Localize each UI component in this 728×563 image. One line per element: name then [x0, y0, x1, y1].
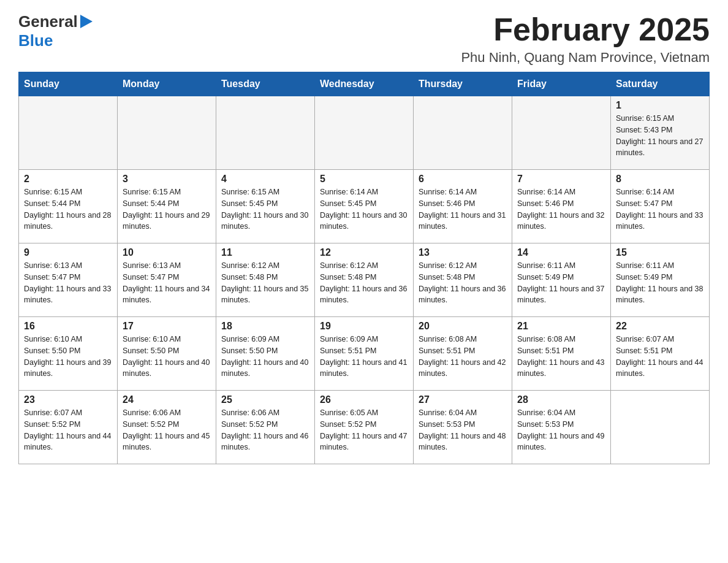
- calendar-header-wednesday: Wednesday: [315, 72, 414, 96]
- calendar-cell: 13Sunrise: 6:12 AMSunset: 5:48 PMDayligh…: [414, 243, 512, 317]
- calendar-cell: 15Sunrise: 6:11 AMSunset: 5:49 PMDayligh…: [611, 243, 710, 317]
- day-number: 26: [320, 394, 408, 405]
- day-number: 20: [419, 321, 507, 332]
- calendar-cell: [118, 96, 216, 170]
- calendar-week-row: 23Sunrise: 6:07 AMSunset: 5:52 PMDayligh…: [19, 391, 710, 464]
- page-header: General Blue February 2025 Phu Ninh, Qua…: [18, 12, 710, 66]
- calendar-cell: 10Sunrise: 6:13 AMSunset: 5:47 PMDayligh…: [118, 243, 216, 317]
- day-info: Sunrise: 6:15 AMSunset: 5:44 PMDaylight:…: [123, 186, 211, 232]
- calendar-cell: 24Sunrise: 6:06 AMSunset: 5:52 PMDayligh…: [118, 391, 216, 464]
- calendar-week-row: 9Sunrise: 6:13 AMSunset: 5:47 PMDaylight…: [19, 243, 710, 317]
- day-info: Sunrise: 6:09 AMSunset: 5:51 PMDaylight:…: [320, 334, 408, 380]
- day-info: Sunrise: 6:14 AMSunset: 5:45 PMDaylight:…: [320, 186, 408, 232]
- day-number: 27: [419, 394, 507, 405]
- calendar-cell: 12Sunrise: 6:12 AMSunset: 5:48 PMDayligh…: [315, 243, 414, 317]
- calendar-cell: 19Sunrise: 6:09 AMSunset: 5:51 PMDayligh…: [315, 317, 414, 391]
- day-info: Sunrise: 6:11 AMSunset: 5:49 PMDaylight:…: [616, 260, 704, 306]
- calendar-cell: [512, 96, 611, 170]
- calendar-cell: [315, 96, 414, 170]
- calendar-header-friday: Friday: [512, 72, 611, 96]
- calendar-cell: 8Sunrise: 6:14 AMSunset: 5:47 PMDaylight…: [611, 170, 710, 243]
- day-number: 12: [320, 247, 408, 258]
- subtitle: Phu Ninh, Quang Nam Province, Vietnam: [461, 50, 710, 66]
- day-number: 1: [616, 100, 704, 111]
- logo-arrow-icon: [80, 15, 93, 28]
- calendar-cell: 5Sunrise: 6:14 AMSunset: 5:45 PMDaylight…: [315, 170, 414, 243]
- day-number: 21: [517, 321, 605, 332]
- day-info: Sunrise: 6:04 AMSunset: 5:53 PMDaylight:…: [419, 407, 507, 453]
- calendar-cell: 4Sunrise: 6:15 AMSunset: 5:45 PMDaylight…: [216, 170, 315, 243]
- logo-general-text: General: [18, 12, 78, 31]
- day-number: 25: [221, 394, 309, 405]
- calendar-week-row: 1Sunrise: 6:15 AMSunset: 5:43 PMDaylight…: [19, 96, 710, 170]
- day-info: Sunrise: 6:07 AMSunset: 5:52 PMDaylight:…: [24, 407, 112, 453]
- title-block: February 2025 Phu Ninh, Quang Nam Provin…: [461, 12, 710, 66]
- calendar-cell: 26Sunrise: 6:05 AMSunset: 5:52 PMDayligh…: [315, 391, 414, 464]
- day-number: 3: [123, 174, 211, 185]
- day-info: Sunrise: 6:07 AMSunset: 5:51 PMDaylight:…: [616, 334, 704, 380]
- day-number: 23: [24, 394, 112, 405]
- day-number: 5: [320, 174, 408, 185]
- calendar-cell: [414, 96, 512, 170]
- calendar-cell: 18Sunrise: 6:09 AMSunset: 5:50 PMDayligh…: [216, 317, 315, 391]
- calendar-cell: 25Sunrise: 6:06 AMSunset: 5:52 PMDayligh…: [216, 391, 315, 464]
- calendar-header-saturday: Saturday: [611, 72, 710, 96]
- calendar-cell: 17Sunrise: 6:10 AMSunset: 5:50 PMDayligh…: [118, 317, 216, 391]
- day-number: 16: [24, 321, 112, 332]
- day-number: 7: [517, 174, 605, 185]
- day-info: Sunrise: 6:06 AMSunset: 5:52 PMDaylight:…: [123, 407, 211, 453]
- day-info: Sunrise: 6:15 AMSunset: 5:43 PMDaylight:…: [616, 113, 704, 159]
- day-number: 24: [123, 394, 211, 405]
- day-number: 28: [517, 394, 605, 405]
- day-info: Sunrise: 6:10 AMSunset: 5:50 PMDaylight:…: [123, 334, 211, 380]
- calendar-table: SundayMondayTuesdayWednesdayThursdayFrid…: [18, 72, 710, 464]
- calendar-cell: 22Sunrise: 6:07 AMSunset: 5:51 PMDayligh…: [611, 317, 710, 391]
- calendar-cell: 6Sunrise: 6:14 AMSunset: 5:46 PMDaylight…: [414, 170, 512, 243]
- calendar-cell: 14Sunrise: 6:11 AMSunset: 5:49 PMDayligh…: [512, 243, 611, 317]
- day-info: Sunrise: 6:09 AMSunset: 5:50 PMDaylight:…: [221, 334, 309, 380]
- calendar-cell: 27Sunrise: 6:04 AMSunset: 5:53 PMDayligh…: [414, 391, 512, 464]
- calendar-week-row: 2Sunrise: 6:15 AMSunset: 5:44 PMDaylight…: [19, 170, 710, 243]
- day-number: 18: [221, 321, 309, 332]
- day-number: 10: [123, 247, 211, 258]
- day-info: Sunrise: 6:10 AMSunset: 5:50 PMDaylight:…: [24, 334, 112, 380]
- calendar-header-row: SundayMondayTuesdayWednesdayThursdayFrid…: [19, 72, 710, 96]
- calendar-header-monday: Monday: [118, 72, 216, 96]
- calendar-cell: [216, 96, 315, 170]
- calendar-cell: 7Sunrise: 6:14 AMSunset: 5:46 PMDaylight…: [512, 170, 611, 243]
- calendar-header-sunday: Sunday: [19, 72, 118, 96]
- calendar-cell: 23Sunrise: 6:07 AMSunset: 5:52 PMDayligh…: [19, 391, 118, 464]
- day-number: 9: [24, 247, 112, 258]
- day-number: 22: [616, 321, 704, 332]
- calendar-header-thursday: Thursday: [414, 72, 512, 96]
- day-number: 17: [123, 321, 211, 332]
- day-info: Sunrise: 6:14 AMSunset: 5:46 PMDaylight:…: [419, 186, 507, 232]
- day-info: Sunrise: 6:14 AMSunset: 5:46 PMDaylight:…: [517, 186, 605, 232]
- calendar-week-row: 16Sunrise: 6:10 AMSunset: 5:50 PMDayligh…: [19, 317, 710, 391]
- calendar-cell: 28Sunrise: 6:04 AMSunset: 5:53 PMDayligh…: [512, 391, 611, 464]
- day-info: Sunrise: 6:06 AMSunset: 5:52 PMDaylight:…: [221, 407, 309, 453]
- calendar-cell: 1Sunrise: 6:15 AMSunset: 5:43 PMDaylight…: [611, 96, 710, 170]
- logo: General Blue: [18, 12, 93, 50]
- day-number: 2: [24, 174, 112, 185]
- day-info: Sunrise: 6:08 AMSunset: 5:51 PMDaylight:…: [517, 334, 605, 380]
- calendar-cell: 21Sunrise: 6:08 AMSunset: 5:51 PMDayligh…: [512, 317, 611, 391]
- day-info: Sunrise: 6:13 AMSunset: 5:47 PMDaylight:…: [24, 260, 112, 306]
- day-info: Sunrise: 6:05 AMSunset: 5:52 PMDaylight:…: [320, 407, 408, 453]
- day-number: 13: [419, 247, 507, 258]
- day-info: Sunrise: 6:04 AMSunset: 5:53 PMDaylight:…: [517, 407, 605, 453]
- day-number: 6: [419, 174, 507, 185]
- calendar-cell: [19, 96, 118, 170]
- day-info: Sunrise: 6:12 AMSunset: 5:48 PMDaylight:…: [419, 260, 507, 306]
- day-info: Sunrise: 6:14 AMSunset: 5:47 PMDaylight:…: [616, 186, 704, 232]
- day-info: Sunrise: 6:08 AMSunset: 5:51 PMDaylight:…: [419, 334, 507, 380]
- day-info: Sunrise: 6:12 AMSunset: 5:48 PMDaylight:…: [320, 260, 408, 306]
- calendar-cell: 11Sunrise: 6:12 AMSunset: 5:48 PMDayligh…: [216, 243, 315, 317]
- day-number: 11: [221, 247, 309, 258]
- calendar-cell: 9Sunrise: 6:13 AMSunset: 5:47 PMDaylight…: [19, 243, 118, 317]
- calendar-cell: 20Sunrise: 6:08 AMSunset: 5:51 PMDayligh…: [414, 317, 512, 391]
- day-info: Sunrise: 6:13 AMSunset: 5:47 PMDaylight:…: [123, 260, 211, 306]
- day-number: 8: [616, 174, 704, 185]
- calendar-cell: [611, 391, 710, 464]
- day-number: 15: [616, 247, 704, 258]
